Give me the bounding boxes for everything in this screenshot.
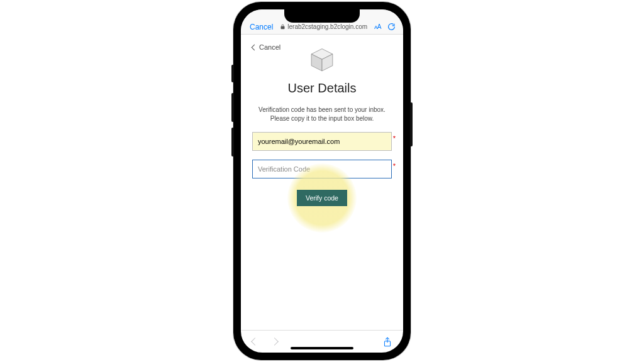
phone-volume-up <box>231 93 234 122</box>
text-size-button[interactable]: AA <box>374 23 381 30</box>
phone-silent-switch <box>231 65 234 82</box>
phone-volume-down <box>231 128 234 156</box>
phone-power-button <box>410 102 413 146</box>
required-indicator: * <box>393 162 396 170</box>
phone-frame: Cancel lerab2cstaging.b2clogin.com AA Ca… <box>233 2 411 360</box>
browser-url-text: lerab2cstaging.b2clogin.com <box>287 23 367 30</box>
phone-notch <box>284 9 360 23</box>
page-title: User Details <box>252 81 392 96</box>
nav-back-button[interactable] <box>251 337 259 346</box>
cube-icon <box>308 46 336 75</box>
browser-cancel-button[interactable]: Cancel <box>250 23 273 31</box>
share-icon[interactable] <box>383 337 392 347</box>
email-field-wrap: * <box>252 132 392 151</box>
home-indicator[interactable] <box>291 347 353 349</box>
verify-button-wrap: Verify code <box>252 190 392 206</box>
browser-address[interactable]: lerab2cstaging.b2clogin.com <box>280 23 367 30</box>
screen: Cancel lerab2cstaging.b2clogin.com AA Ca… <box>241 9 403 353</box>
nav-forward-button[interactable] <box>270 337 279 346</box>
page-content: Cancel User Details Verification code ha… <box>241 35 403 330</box>
required-indicator: * <box>393 134 396 142</box>
back-label: Cancel <box>259 43 280 51</box>
lock-icon <box>280 24 286 30</box>
instruction-text: Verification code has been sent to your … <box>252 106 392 123</box>
verify-code-button[interactable]: Verify code <box>297 190 347 206</box>
email-field[interactable] <box>252 132 392 151</box>
refresh-icon[interactable] <box>387 23 396 31</box>
